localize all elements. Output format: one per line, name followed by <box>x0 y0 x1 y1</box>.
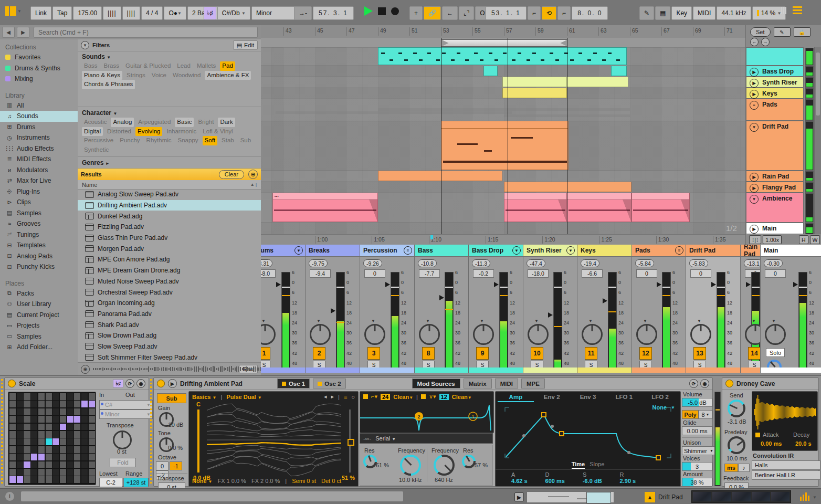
tab-osc2[interactable]: Osc 2 <box>313 379 345 388</box>
result-item[interactable]: Slow Drown Pad.adg <box>78 330 261 341</box>
scale-grid-cell[interactable] <box>52 461 59 468</box>
scale-grid-cell[interactable] <box>89 431 95 438</box>
wt-position-slider[interactable] <box>349 410 351 472</box>
character-tag-punchy[interactable]: Punchy <box>118 136 142 145</box>
channel-name[interactable]: Synth Riser▼ <box>523 245 577 257</box>
filter2-res-knob[interactable] <box>462 455 476 468</box>
sounds-tag-pad[interactable]: Pad <box>220 61 235 71</box>
scale-grid-cell[interactable] <box>24 469 30 476</box>
attack-value[interactable]: 4.62 s <box>511 478 528 484</box>
show-device-chain-button[interactable]: ▲ <box>644 491 656 503</box>
sounds-tag-lead[interactable]: Lead <box>175 61 193 71</box>
unison-amount-value[interactable]: 38 % <box>682 478 712 487</box>
filter-routing-menu[interactable]: Serial ▼ <box>375 435 396 442</box>
gain-field[interactable]: -9.4 <box>310 269 331 278</box>
scale-grid-cell[interactable] <box>67 416 73 423</box>
scale-grid-cell[interactable] <box>46 461 52 468</box>
sounds-tag-strings[interactable]: Strings <box>124 71 148 80</box>
hot-swap-icon[interactable]: ⟳ <box>689 379 698 388</box>
scale-grid-cell[interactable] <box>74 476 80 483</box>
env-tab-env-2[interactable]: Env 2 <box>534 393 570 402</box>
play-button[interactable] <box>364 6 373 16</box>
character-tag-dark[interactable]: Dark <box>218 118 235 127</box>
channel-name[interactable]: Pads≡ <box>632 245 686 257</box>
scale-grid-cell[interactable] <box>9 476 16 483</box>
channel-name[interactable]: Breaks <box>306 245 360 257</box>
result-item[interactable]: Dunkel Pad.adg <box>78 211 261 222</box>
channel-name[interactable]: Main <box>761 245 821 257</box>
env-tab-lfo-2[interactable]: LFO 2 <box>642 393 678 402</box>
ir-file-menu[interactable]: Berliner Hall LR <box>752 470 820 480</box>
menu-icon[interactable] <box>793 6 802 14</box>
peak-level-display[interactable]: -0.30 <box>764 259 783 267</box>
tab-matrix[interactable]: Matrix <box>464 379 492 388</box>
scale-grid-cell[interactable] <box>9 393 16 400</box>
tab-midi[interactable]: MIDI <box>495 379 518 388</box>
sustain-value[interactable]: -6.0 dB <box>583 478 602 484</box>
res2-value[interactable]: 57 % <box>475 462 488 468</box>
scale-grid-cell[interactable] <box>9 454 16 460</box>
sidebar-item-modulators[interactable]: ᴎModulators <box>0 165 78 176</box>
env-tab-amp[interactable]: Amp <box>498 393 534 402</box>
decay-value[interactable]: 600 ms <box>545 478 565 484</box>
scale-grid-cell[interactable] <box>60 416 66 423</box>
result-item[interactable]: Drifting Ambient Pad.adv <box>78 200 261 211</box>
result-item[interactable]: Panorama Pad.adv <box>78 309 261 320</box>
ir-decay-value[interactable]: 20.0 s <box>795 440 812 447</box>
clip-bass-drop[interactable] <box>483 66 498 76</box>
gain-field[interactable]: 0 <box>364 269 385 278</box>
channel-name[interactable]: Drift Pad <box>686 245 740 257</box>
result-item[interactable]: Slow Sweep Pad.adv <box>78 341 261 352</box>
scale-grid-cell[interactable] <box>9 424 16 430</box>
filter2-freq-knob[interactable] <box>434 455 455 476</box>
release-value[interactable]: 2.90 s <box>620 478 636 484</box>
scale-grid-cell[interactable] <box>67 431 73 438</box>
res1-value[interactable]: 61 % <box>376 462 389 468</box>
scale-grid-cell[interactable] <box>52 393 59 400</box>
track-activator[interactable]: 13 <box>693 347 706 360</box>
osc-level-slider[interactable] <box>197 410 199 472</box>
character-tag-digital[interactable]: Digital <box>82 127 103 136</box>
track-activator[interactable]: 9 <box>476 347 489 360</box>
lock-button[interactable]: 🔒 <box>794 27 811 37</box>
scale-grid-cell[interactable] <box>17 454 23 460</box>
character-tag-arpeggiated[interactable]: Arpeggiated <box>136 118 173 127</box>
range-value[interactable]: +128 st <box>123 478 149 487</box>
scale-grid-cell[interactable] <box>67 438 73 445</box>
scale-grid-cell[interactable] <box>24 476 30 483</box>
scale-grid-cell[interactable] <box>24 461 30 468</box>
scale-grid-cell[interactable] <box>81 424 88 430</box>
peak-level-display[interactable]: -13.1 <box>744 259 761 267</box>
reverb-on-toggle[interactable] <box>725 380 733 387</box>
arrangement-scrollbar[interactable] <box>814 47 821 234</box>
send-value[interactable]: -3.1 dB <box>728 418 746 425</box>
scale-grid-cell[interactable] <box>81 416 88 423</box>
scale-grid-cell[interactable] <box>9 469 16 476</box>
scale-transpose-value[interactable]: 0 st <box>117 448 127 455</box>
browser-forward-button[interactable]: ▶ <box>17 27 29 38</box>
predelay-ms-button[interactable]: ms <box>724 464 738 472</box>
header-track-bass-drop[interactable]: ▶Bass Drop <box>746 66 804 77</box>
result-item[interactable]: Analog Slow Sweep Pad.adv <box>78 189 261 200</box>
nudge-down-button[interactable]: |||| <box>103 6 121 20</box>
clip-keys[interactable] <box>502 88 567 98</box>
scale-grid-cell[interactable] <box>60 469 66 476</box>
fold-icon[interactable]: ▼ <box>566 246 575 255</box>
solo-button[interactable]: Solo <box>766 348 785 357</box>
sidebar-item-midi-effects[interactable]: ≣MIDI Effects <box>0 154 78 165</box>
loop-length-field[interactable]: 8. 0. 0 <box>572 6 608 20</box>
back-to-arrangement-left-icon[interactable]: ← <box>750 38 759 46</box>
scale-grid-cell[interactable] <box>89 476 95 483</box>
group-icon[interactable]: ≡ <box>404 246 412 255</box>
result-item[interactable]: Soft Shimmer Filter Sweep Pad.adv <box>78 352 261 363</box>
tap-tempo-button[interactable]: Tap <box>52 6 72 20</box>
header-track-ambience[interactable]: ▼Ambience <box>746 193 804 223</box>
fold-button[interactable]: Fold <box>110 458 136 467</box>
header-track-unnamed[interactable] <box>746 47 804 66</box>
octave-button--1[interactable]: -1 <box>170 461 182 470</box>
add-filter-button[interactable]: ⊕ <box>248 170 258 179</box>
scale-grid-cell[interactable] <box>60 438 66 445</box>
poly-button[interactable]: Poly <box>682 410 699 419</box>
clip-rain-pad[interactable] <box>378 171 502 181</box>
osc-detune-value[interactable]: Det 0 ct <box>321 478 341 484</box>
